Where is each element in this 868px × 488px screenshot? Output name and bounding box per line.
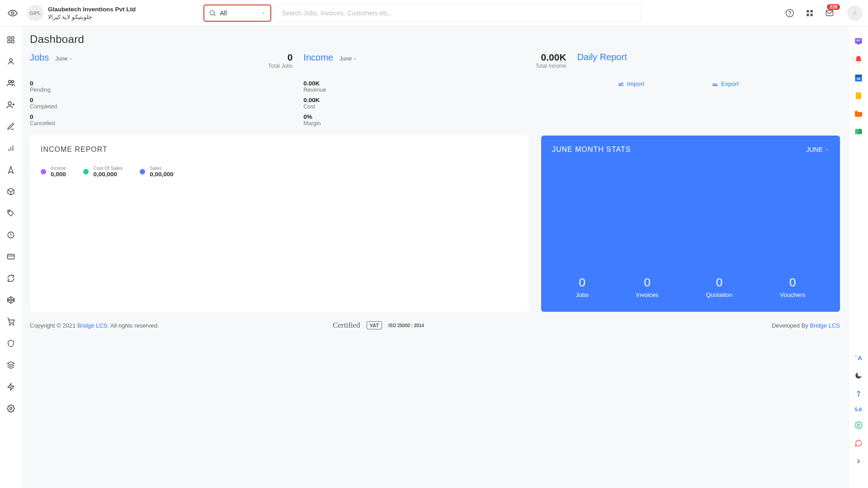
export-link[interactable]: Export — [712, 80, 739, 87]
sidebar-navigation[interactable] — [6, 165, 16, 175]
svg-rect-7 — [807, 14, 809, 16]
footer-brand-link[interactable]: Bridge LCS — [77, 322, 107, 329]
svg-point-44 — [857, 424, 859, 427]
svg-point-43 — [858, 395, 859, 396]
month-stats-dropdown[interactable]: JUNE — [806, 146, 829, 153]
svg-point-1 — [210, 11, 214, 15]
sidebar-card[interactable] — [6, 252, 16, 262]
message-icon — [854, 439, 863, 447]
sidebar-dashboard[interactable] — [6, 35, 16, 45]
income-total-value: 0.00K — [536, 52, 566, 63]
footer: Copyright © 2021 Bridge LCS. All rights … — [30, 321, 840, 343]
chevron-down-icon — [69, 57, 73, 61]
svg-rect-13 — [12, 41, 14, 43]
sidebar-user-add[interactable] — [6, 100, 16, 110]
help-button[interactable] — [785, 8, 795, 18]
shield-icon — [7, 339, 15, 347]
font-size-icon: iA — [854, 353, 863, 362]
visibility-toggle[interactable] — [4, 8, 22, 18]
certified-label: Certified — [333, 321, 360, 330]
sidebar-settings[interactable] — [6, 404, 16, 413]
svg-rect-39 — [855, 75, 862, 76]
dot-icon — [83, 169, 89, 174]
sidebar-cart[interactable] — [6, 317, 16, 327]
rail-settings[interactable] — [854, 420, 863, 430]
rail-expand[interactable] — [854, 456, 863, 466]
import-link[interactable]: Import — [618, 80, 644, 87]
month-quotation-label: Quotation — [706, 291, 733, 298]
sidebar-zap[interactable] — [6, 382, 16, 392]
legend-cost-of-sales: Cost Of Sales0,00,000 — [83, 165, 123, 178]
jobs-month-dropdown[interactable]: June — [55, 56, 73, 62]
sidebar-analytics[interactable] — [6, 143, 16, 153]
user-avatar[interactable]: A — [847, 5, 863, 21]
chevron-right-icon — [855, 458, 862, 465]
svg-text:i: i — [855, 354, 856, 358]
chevron-down-icon — [261, 11, 266, 15]
mail-button[interactable]: 239 — [825, 8, 835, 18]
page-title: Dashboard — [30, 33, 840, 46]
rail-help[interactable] — [854, 389, 863, 399]
sidebar-codepen[interactable] — [6, 295, 16, 305]
rail-bell[interactable] — [854, 55, 863, 65]
sidebar-edit[interactable] — [6, 122, 16, 131]
app-header: GIPL Glaubetech Inventions Pvt Ltd جلوبت… — [0, 0, 868, 27]
sidebar-shield[interactable] — [6, 338, 16, 348]
footer-dev-link[interactable]: Bridge LCS — [810, 322, 840, 329]
income-month-dropdown[interactable]: June — [340, 56, 357, 62]
svg-rect-10 — [8, 37, 10, 39]
folder-icon — [854, 110, 863, 117]
income-summary: Income June 0.00K Total Income 0.00KReve… — [303, 52, 566, 127]
search-scope-dropdown[interactable]: All — [203, 5, 271, 22]
jobs-completed-value: 0 — [30, 97, 292, 103]
clock-icon — [7, 231, 15, 239]
legend-income: Income0,000 — [41, 165, 66, 178]
note-icon — [854, 91, 863, 100]
rail-chat[interactable] — [854, 37, 863, 47]
sidebar-package[interactable] — [6, 187, 16, 197]
company-avatar: GIPL — [27, 5, 43, 21]
income-link[interactable]: Income — [303, 52, 333, 63]
rail-font[interactable]: iA — [854, 352, 863, 362]
mail-icon — [825, 9, 834, 18]
sidebar-users[interactable] — [6, 78, 16, 88]
jobs-cancelled-value: 0 — [30, 113, 292, 120]
rail-dark-mode[interactable] — [854, 371, 863, 380]
rail-keep[interactable] — [854, 91, 863, 101]
income-margin-value: 0% — [303, 113, 566, 120]
rail-feedback[interactable] — [854, 438, 863, 448]
company-name: Glaubetech Inventions Pvt Ltd — [48, 6, 136, 14]
daily-report-link[interactable]: Daily Report — [577, 52, 627, 62]
sidebar-tag[interactable] — [6, 208, 16, 218]
jobs-link[interactable]: Jobs — [30, 52, 49, 63]
sidebar-user[interactable] — [6, 56, 16, 66]
company-subtitle: جلوبتيكو لاية كيرالا — [48, 14, 136, 20]
footer-dev-pre: Developed By — [772, 322, 810, 329]
rail-calendar[interactable]: 30 — [854, 73, 863, 83]
footer-copyright-post: . All rights reserved. — [107, 322, 159, 329]
rail-folder[interactable] — [854, 109, 863, 119]
jobs-pending-value: 0 — [30, 80, 292, 87]
rail-ver: 5.0 — [855, 407, 862, 412]
month-vouchers-label: Vouchers — [780, 291, 805, 298]
svg-marker-33 — [8, 362, 14, 366]
package-icon — [7, 188, 15, 196]
search-input[interactable] — [275, 5, 641, 22]
credit-card-icon — [7, 253, 15, 261]
apps-button[interactable] — [805, 8, 815, 18]
svg-rect-12 — [8, 41, 10, 43]
svg-rect-36 — [856, 40, 861, 40]
users-icon — [6, 79, 15, 88]
sidebar-layers[interactable] — [6, 360, 16, 370]
month-vouchers-value: 0 — [780, 276, 805, 290]
dashboard-icon — [7, 36, 15, 44]
sidebar-right: 30 iA 5.0 — [848, 27, 868, 488]
moon-icon — [854, 371, 863, 380]
company-selector[interactable]: GIPL Glaubetech Inventions Pvt Ltd جلوبت… — [27, 5, 136, 21]
search-scope-label: All — [220, 9, 258, 17]
sidebar-sync[interactable] — [6, 273, 16, 283]
sidebar-time[interactable] — [6, 230, 16, 240]
bell-icon — [854, 55, 863, 64]
rail-book[interactable] — [854, 127, 863, 137]
income-revenue-value: 0.00K — [303, 80, 566, 87]
